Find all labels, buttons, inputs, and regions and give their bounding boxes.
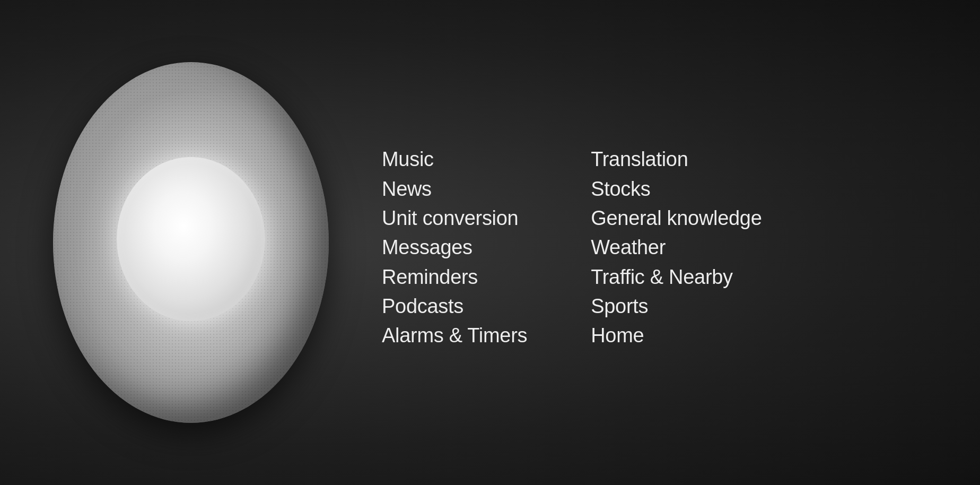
feature-news: News (382, 176, 527, 203)
feature-podcasts: Podcasts (382, 293, 527, 320)
feature-stocks: Stocks (591, 176, 762, 203)
homepod-sphere (53, 62, 329, 423)
features-column-1: Music News Unit conversion Messages Remi… (382, 146, 527, 349)
homepod-container (42, 41, 339, 444)
feature-alarms-timers: Alarms & Timers (382, 322, 527, 349)
feature-general-knowledge: General knowledge (591, 205, 762, 232)
features-column-2: Translation Stocks General knowledge Wea… (591, 146, 762, 349)
features-container: Music News Unit conversion Messages Remi… (382, 135, 762, 349)
feature-music: Music (382, 146, 527, 173)
feature-weather: Weather (591, 234, 762, 261)
feature-unit-conversion: Unit conversion (382, 205, 527, 232)
feature-messages: Messages (382, 234, 527, 261)
feature-sports: Sports (591, 293, 762, 320)
homepod-inner-glow (117, 157, 265, 322)
feature-traffic-nearby: Traffic & Nearby (591, 264, 762, 291)
feature-translation: Translation (591, 146, 762, 173)
feature-home: Home (591, 322, 762, 349)
page-container: Music News Unit conversion Messages Remi… (0, 0, 980, 485)
feature-reminders: Reminders (382, 264, 527, 291)
